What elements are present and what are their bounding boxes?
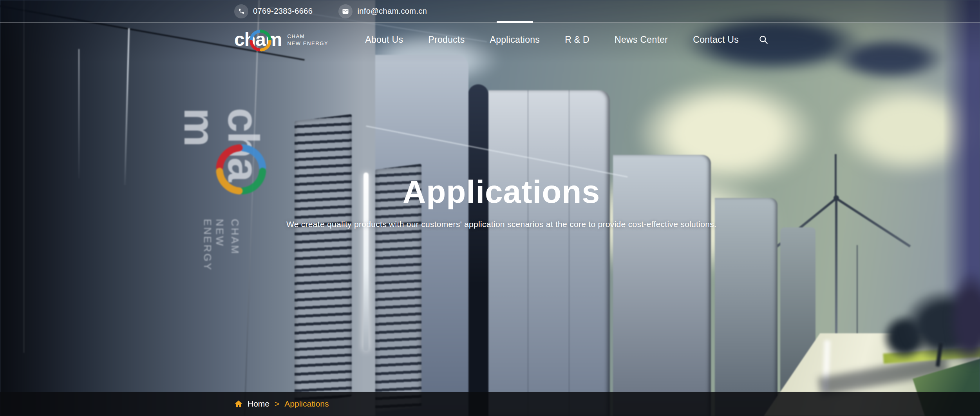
page-title: Applications — [23, 173, 980, 210]
breadcrumb-bar: Home > Applications — [0, 392, 980, 416]
nav-item-about-us[interactable]: About Us — [365, 22, 403, 57]
site-logo[interactable]: cham CHAM NEW ENERGY — [234, 30, 328, 49]
nav-item-contact-us[interactable]: Contact Us — [693, 22, 739, 57]
page-subtitle: We create quality products with our cust… — [23, 220, 980, 229]
home-icon — [234, 400, 243, 408]
storage-container — [488, 90, 610, 416]
cham-new-energy-page: cham CHAM NEW ENERGY — [0, 0, 980, 416]
nav-item-applications[interactable]: Applications — [490, 22, 540, 57]
container-edge-highlight — [78, 49, 80, 178]
nav-item-products[interactable]: Products — [428, 22, 465, 57]
breadcrumb: Home > Applications — [234, 392, 329, 416]
breadcrumb-current-page: Applications — [284, 399, 329, 409]
nav-list: About Us Products Applications R & D New… — [365, 22, 739, 57]
breadcrumb-home-label: Home — [248, 399, 269, 409]
nav-item-news-center[interactable]: News Center — [615, 22, 668, 57]
email-address: info@cham.com.cn — [357, 7, 427, 16]
phone-contact[interactable]: 0769-2383-6666 — [234, 4, 313, 18]
hero-section: Applications We create quality products … — [23, 173, 980, 229]
container-gap — [468, 84, 488, 416]
breadcrumb-home-link[interactable]: Home — [234, 399, 269, 409]
email-contact[interactable]: info@cham.com.cn — [338, 4, 427, 18]
search-button[interactable] — [758, 35, 768, 45]
container-seam — [528, 90, 528, 416]
storage-container — [715, 198, 777, 416]
vent-grille — [295, 114, 352, 403]
phone-number: 0769-2383-6666 — [253, 7, 313, 16]
phone-icon — [234, 4, 248, 18]
search-icon — [758, 35, 768, 45]
container-seam — [569, 90, 570, 416]
watermark-tagline: CHAM NEW ENERGY — [202, 219, 241, 296]
logo-ring-icon — [249, 29, 272, 52]
email-icon — [338, 4, 353, 18]
logo-wordmark: cham — [234, 30, 282, 49]
nav-item-r-and-d[interactable]: R & D — [565, 22, 589, 57]
main-navigation: About Us Products Applications R & D New… — [365, 22, 739, 57]
top-info-bar: 0769-2383-6666 info@cham.com.cn — [0, 0, 980, 23]
site-header: cham CHAM NEW ENERGY About Us Products A… — [234, 22, 768, 57]
logo-tagline: CHAM NEW ENERGY — [287, 33, 328, 46]
top-info-bar-content: 0769-2383-6666 info@cham.com.cn — [234, 0, 427, 22]
breadcrumb-separator: > — [275, 399, 279, 409]
